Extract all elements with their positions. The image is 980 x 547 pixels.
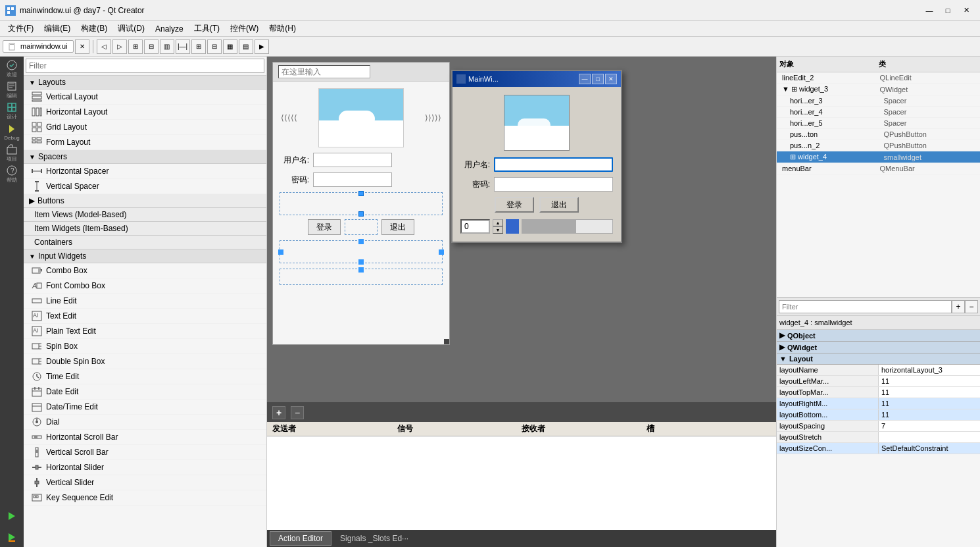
preview-close-btn[interactable]: ✕ bbox=[605, 74, 617, 84]
toolbar-btn-2[interactable]: ▷ bbox=[112, 39, 127, 54]
canvas-login-btn[interactable]: 登录 bbox=[308, 219, 341, 235]
sidebar-debug-run[interactable] bbox=[2, 527, 22, 547]
prop-section-qwidget[interactable]: ▶ QWidget bbox=[777, 342, 980, 353]
widget-horizontal-layout[interactable]: Horizontal Layout bbox=[24, 105, 266, 120]
toolbar-btn-10[interactable]: ▤ bbox=[239, 39, 253, 54]
widget-horizontal-slider[interactable]: Horizontal Slider bbox=[24, 460, 266, 475]
widget-datetime-edit[interactable]: Date/Time Edit bbox=[24, 400, 266, 415]
tab-action-editor[interactable]: Action Editor bbox=[270, 531, 331, 546]
menu-debug[interactable]: 调试(D) bbox=[112, 22, 150, 36]
section-buttons[interactable]: ▶ Buttons bbox=[24, 194, 266, 208]
widget-vertical-slider[interactable]: Vertical Slider bbox=[24, 475, 266, 490]
resize-handle[interactable] bbox=[444, 339, 449, 344]
widget-vertical-layout[interactable]: Vertical Layout bbox=[24, 90, 266, 105]
section-item-widgets[interactable]: Item Widgets (Item-Based) bbox=[24, 222, 266, 236]
widget-form-layout[interactable]: Form Layout bbox=[24, 135, 266, 150]
main-canvas[interactable]: ⟨⟨⟨⟨⟨ ⟩⟩⟩⟩⟩ 用户名: bbox=[272, 62, 450, 345]
section-containers[interactable]: Containers bbox=[24, 236, 266, 249]
close-button[interactable]: ✕ bbox=[958, 4, 975, 17]
sidebar-edit[interactable]: 编辑 bbox=[2, 80, 22, 100]
widget-line-edit[interactable]: Line Edit bbox=[24, 294, 266, 309]
preview-spin-up-btn[interactable]: ▲ bbox=[493, 219, 503, 226]
toolbar-btn-11[interactable]: ▶ bbox=[255, 39, 269, 54]
menu-help[interactable]: 帮助(H) bbox=[264, 22, 301, 36]
obj-row-menubar[interactable]: menuBar QMenuBar bbox=[777, 163, 980, 174]
preview-login-btn[interactable]: 登录 bbox=[495, 197, 534, 213]
maximize-button[interactable]: □ bbox=[939, 4, 956, 17]
obj-row-widget3[interactable]: ▼ ⊞ widget_3 QWidget bbox=[777, 84, 980, 95]
canvas-username-input[interactable] bbox=[313, 153, 392, 167]
canvas-password-input[interactable] bbox=[313, 172, 392, 187]
minimize-button[interactable]: — bbox=[921, 4, 938, 17]
add-connection-btn[interactable]: + bbox=[272, 406, 285, 419]
preview-maximize-btn[interactable]: □ bbox=[592, 74, 604, 84]
widget-spin-box[interactable]: Spin Box bbox=[24, 339, 266, 354]
prop-section-layout[interactable]: ▼ Layout bbox=[777, 353, 980, 365]
widget-vertical-scroll-bar[interactable]: Vertical Scroll Bar bbox=[24, 445, 266, 460]
menu-controls[interactable]: 控件(W) bbox=[225, 22, 264, 36]
toolbar-btn-4[interactable]: ⊟ bbox=[144, 39, 159, 54]
section-item-views[interactable]: Item Views (Model-Based) bbox=[24, 208, 266, 222]
file-tab[interactable]: mainwindow.ui bbox=[3, 40, 74, 53]
sidebar-design[interactable]: 设计 bbox=[2, 101, 22, 121]
menu-build[interactable]: 构建(B) bbox=[76, 22, 112, 36]
sidebar-welcome[interactable]: 欢迎 bbox=[2, 59, 22, 79]
widget-font-combo-box[interactable]: A Font Combo Box bbox=[24, 278, 266, 294]
preview-password-input[interactable] bbox=[494, 177, 613, 192]
widget-date-edit[interactable]: Date Edit bbox=[24, 384, 266, 400]
sidebar-run[interactable] bbox=[2, 506, 22, 526]
toolbar-btn-6[interactable]: |—| bbox=[176, 39, 190, 54]
obj-row-hori3[interactable]: hori...er_3 Spacer bbox=[777, 95, 980, 107]
prop-filter-input[interactable] bbox=[779, 300, 952, 313]
menu-file[interactable]: 文件(F) bbox=[3, 22, 39, 36]
section-spacers[interactable]: ▼ Spacers bbox=[24, 150, 266, 164]
widget-vertical-spacer[interactable]: Vertical Spacer bbox=[24, 179, 266, 194]
widget-key-sequence-edit[interactable]: Key Sequence Edit bbox=[24, 490, 266, 506]
obj-row-pushton[interactable]: pus...ton QPushButton bbox=[777, 129, 980, 140]
widget-text-edit[interactable]: AI Text Edit bbox=[24, 309, 266, 324]
menu-analyze[interactable]: Analyze bbox=[150, 23, 189, 35]
canvas-search-input[interactable] bbox=[278, 65, 370, 78]
menu-edit[interactable]: 编辑(E) bbox=[39, 22, 76, 36]
widget-time-edit[interactable]: Time Edit bbox=[24, 369, 266, 384]
preview-scrollbar[interactable] bbox=[522, 219, 613, 234]
menu-tools[interactable]: 工具(T) bbox=[189, 22, 225, 36]
widget-dial[interactable]: Dial bbox=[24, 415, 266, 430]
sidebar-debug[interactable]: Debug bbox=[2, 122, 22, 142]
widget-plain-text-edit[interactable]: AI Plain Text Edit bbox=[24, 324, 266, 339]
toolbar-btn-9[interactable]: ▦ bbox=[223, 39, 237, 54]
obj-row-lineedit2[interactable]: lineEdit_2 QLineEdit bbox=[777, 72, 980, 84]
toolbar-btn-5[interactable]: ▥ bbox=[160, 39, 174, 54]
section-input-widgets[interactable]: ▼ Input Widgets bbox=[24, 249, 266, 263]
preview-username-input[interactable] bbox=[494, 157, 613, 172]
section-layouts[interactable]: ▼ Layouts bbox=[24, 76, 266, 90]
object-header: 对象 类 bbox=[777, 57, 980, 72]
obj-row-hori4[interactable]: hori...er_4 Spacer bbox=[777, 107, 980, 118]
filter-input[interactable] bbox=[26, 59, 264, 73]
toolbar-btn-3[interactable]: ⊞ bbox=[128, 39, 143, 54]
preview-spin-input[interactable] bbox=[460, 219, 490, 234]
tab-signals-slots[interactable]: Signals _Slots Ed··· bbox=[331, 531, 417, 546]
preview-spin-down-btn[interactable]: ▼ bbox=[493, 226, 503, 234]
prop-section-qobject[interactable]: ▶ QObject bbox=[777, 330, 980, 342]
preview-minimize-btn[interactable]: — bbox=[579, 74, 591, 84]
toolbar-btn-1[interactable]: ◁ bbox=[97, 39, 111, 54]
remove-connection-btn[interactable]: − bbox=[291, 406, 304, 419]
toolbar-btn-7[interactable]: ⊞ bbox=[191, 39, 206, 54]
sidebar-project[interactable]: 项目 bbox=[2, 143, 22, 163]
obj-row-widget4[interactable]: ⊞ widget_4 smallwidget bbox=[777, 151, 980, 163]
widget-horizontal-spacer[interactable]: Horizontal Spacer bbox=[24, 164, 266, 179]
widget-combo-box[interactable]: ▼ Combo Box bbox=[24, 263, 266, 278]
prop-remove-btn[interactable]: − bbox=[965, 300, 978, 313]
widget-horizontal-scroll-bar[interactable]: Horizontal Scroll Bar bbox=[24, 430, 266, 445]
sidebar-help[interactable]: ? 帮助 bbox=[2, 165, 22, 184]
obj-row-hori5[interactable]: hori...er_5 Spacer bbox=[777, 118, 980, 129]
widget-grid-layout[interactable]: Grid Layout bbox=[24, 120, 266, 135]
prop-add-btn[interactable]: + bbox=[952, 300, 965, 313]
close-tab-btn[interactable]: ✕ bbox=[75, 39, 89, 54]
obj-row-pushn2[interactable]: pus...n_2 QPushButton bbox=[777, 140, 980, 151]
canvas-quit-btn[interactable]: 退出 bbox=[381, 219, 414, 235]
toolbar-btn-8[interactable]: ⊟ bbox=[207, 39, 222, 54]
preview-quit-btn[interactable]: 退出 bbox=[539, 197, 579, 213]
widget-double-spin-box[interactable]: Double Spin Box bbox=[24, 354, 266, 369]
